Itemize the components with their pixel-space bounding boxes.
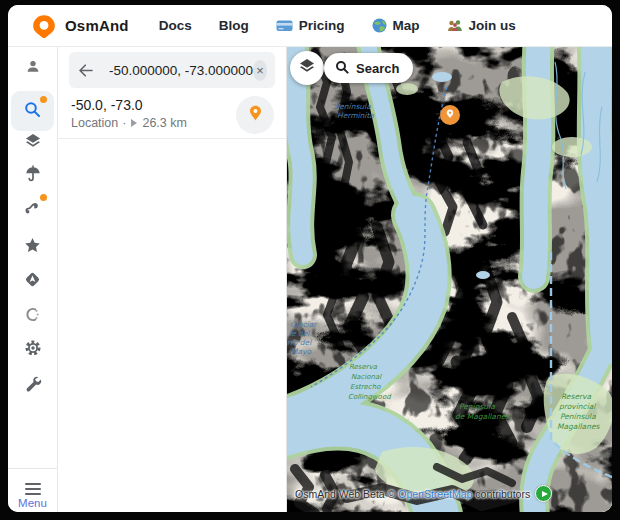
map-label-reserva-estrecho: Reserva — [349, 363, 378, 371]
svg-text:provincial: provincial — [559, 402, 596, 411]
map-label-glaciar: Glaciar — [290, 320, 318, 329]
osmand-logo[interactable]: OsmAnd — [32, 14, 129, 38]
search-icon — [23, 100, 42, 123]
osmand-pin-icon — [32, 14, 56, 38]
back-arrow-icon[interactable] — [77, 59, 94, 81]
nav-link-blog[interactable]: Blog — [219, 18, 249, 33]
sidebar-item-search[interactable] — [16, 94, 50, 128]
sidebar-item-tracker[interactable] — [16, 299, 50, 333]
result-pin-avatar — [236, 96, 274, 134]
brand-name: OsmAnd — [65, 17, 129, 34]
map-label-peninsula-magallanes: Península — [459, 402, 495, 411]
nav-link-docs[interactable]: Docs — [159, 18, 192, 33]
openstreetmap-link[interactable]: OpenStreetMap — [398, 488, 472, 500]
attribution-prefix: OsmAnd Web Beta © — [295, 488, 398, 500]
svg-text:Collingwood: Collingwood — [348, 393, 392, 401]
svg-text:te del: te del — [288, 329, 310, 338]
map-canvas[interactable]: Península Herminita Glaciar te del rro d… — [287, 47, 612, 512]
map-search-label: Search — [356, 61, 399, 76]
sidebar-item-favorites[interactable] — [16, 230, 50, 264]
map-label-peninsula-herminita: Península — [335, 102, 371, 111]
result-separator: · — [122, 116, 126, 130]
search-icon — [335, 60, 349, 77]
join-us-icon — [447, 19, 463, 33]
play-icon — [542, 491, 548, 497]
layers-icon — [298, 57, 316, 79]
pricing-card-icon — [276, 18, 293, 33]
tracks-badge-dot — [40, 194, 47, 201]
navigation-icon — [23, 270, 42, 293]
account-icon — [24, 58, 42, 80]
sidebar: Menu — [8, 47, 58, 512]
content-area: Menu -50.000000, -73.000000 × -50.0, -73… — [8, 47, 612, 512]
weather-icon — [24, 165, 42, 187]
sidebar-divider — [8, 468, 57, 469]
svg-text:Estrecho: Estrecho — [350, 383, 381, 391]
map-location-marker[interactable] — [440, 105, 460, 125]
globe-icon — [372, 18, 387, 33]
search-panel: -50.000000, -73.000000 × -50.0, -73.0 Lo… — [58, 47, 287, 512]
top-navbar: OsmAnd Docs Blog Pricing — [8, 5, 612, 47]
settings-icon — [23, 338, 43, 362]
svg-text:Mayo: Mayo — [291, 347, 312, 356]
sidebar-item-layers[interactable] — [16, 126, 50, 160]
svg-text:Península: Península — [560, 412, 596, 421]
sidebar-item-account[interactable] — [16, 52, 50, 86]
svg-text:Herminita: Herminita — [337, 111, 374, 120]
nav-link-map[interactable]: Map — [372, 18, 420, 33]
location-pin-icon — [246, 104, 265, 127]
layers-icon — [24, 132, 42, 154]
svg-text:de Magallanes: de Magallanes — [455, 412, 510, 421]
map-search-button[interactable]: Search — [324, 53, 413, 83]
tools-icon — [23, 374, 42, 397]
sidebar-item-navigation[interactable] — [16, 264, 50, 298]
map-attribution: OsmAnd Web Beta © OpenStreetMap contribu… — [295, 485, 552, 502]
sidebar-item-settings[interactable] — [16, 333, 50, 367]
sidebar-item-weather[interactable] — [16, 159, 50, 193]
marker-pin-icon — [444, 106, 456, 124]
clear-search-button[interactable]: × — [253, 60, 267, 81]
close-icon: × — [256, 64, 264, 77]
svg-text:rro del: rro del — [287, 338, 312, 347]
app-window: OsmAnd Docs Blog Pricing — [8, 5, 612, 512]
result-category: Location — [71, 116, 118, 130]
search-result-item[interactable]: -50.0, -73.0 Location · 26.3 km — [58, 96, 286, 138]
result-title: -50.0, -73.0 — [71, 97, 143, 113]
result-subtitle: Location · 26.3 km — [71, 116, 187, 130]
sidebar-item-tools[interactable] — [16, 368, 50, 402]
result-distance: 26.3 km — [142, 116, 186, 130]
svg-text:Nacional: Nacional — [351, 373, 382, 381]
nav-link-join-us[interactable]: Join us — [447, 18, 516, 33]
play-button[interactable] — [535, 485, 552, 502]
search-badge-dot — [40, 96, 47, 103]
nav-link-pricing[interactable]: Pricing — [276, 18, 345, 33]
search-query-value[interactable]: -50.000000, -73.000000 — [109, 63, 253, 78]
map-layers-button[interactable] — [290, 51, 324, 85]
tracks-icon — [23, 198, 42, 221]
tracker-icon — [23, 305, 42, 328]
svg-text:Magallanes: Magallanes — [557, 422, 601, 431]
sidebar-item-tracks[interactable] — [16, 192, 50, 226]
favorites-icon — [23, 236, 42, 259]
direction-arrow-icon — [131, 119, 137, 127]
attribution-suffix: contributors — [472, 488, 530, 500]
search-bar: -50.000000, -73.000000 × — [69, 52, 275, 88]
result-divider — [58, 138, 286, 139]
menu-label[interactable]: Menu — [8, 497, 57, 509]
map-label-reserva-provincial: Reserva — [561, 392, 592, 401]
